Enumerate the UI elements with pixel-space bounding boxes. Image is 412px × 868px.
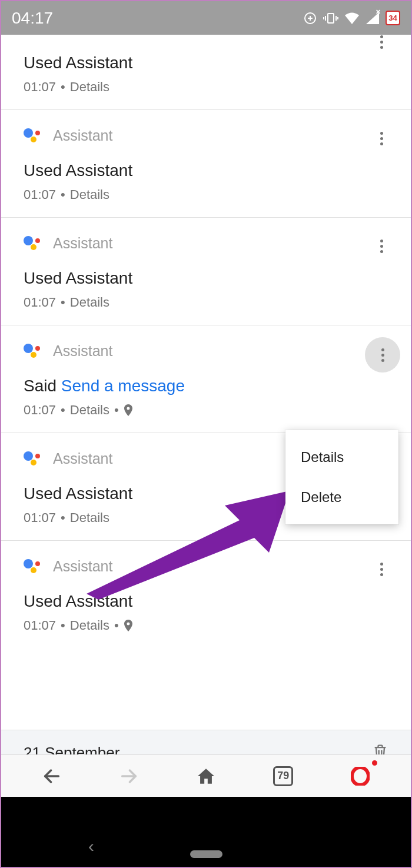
assistant-logo-icon	[24, 234, 42, 252]
entry-app-name: Assistant	[53, 35, 112, 36]
entry-title: Used Assistant	[24, 161, 388, 180]
date-label: 21 September	[24, 744, 119, 754]
status-time: 04:17	[12, 9, 53, 28]
home-button[interactable]	[191, 761, 221, 791]
assistant-logo-icon	[24, 341, 42, 360]
tab-count: 79	[273, 766, 293, 786]
assistant-logo-icon	[24, 557, 42, 576]
svg-point-10	[352, 767, 368, 785]
location-pin-icon	[124, 620, 133, 631]
entry-context-menu: Details Delete	[285, 430, 398, 524]
activity-entry[interactable]: Assistant Used Assistant 01:07 • Details	[1, 109, 411, 217]
entry-time: 01:07	[24, 79, 56, 95]
menu-item-details[interactable]: Details	[285, 437, 398, 477]
entry-details-link[interactable]: Details	[70, 79, 109, 95]
entry-details-link[interactable]: Details	[70, 618, 109, 633]
menu-item-delete[interactable]: Delete	[285, 477, 398, 517]
delete-day-button[interactable]	[372, 742, 388, 754]
tabs-button[interactable]: 79	[268, 761, 298, 791]
entry-meta: 01:07 • Details •	[24, 403, 388, 418]
entry-menu-button[interactable]	[370, 557, 393, 581]
entry-menu-button[interactable]	[370, 35, 393, 54]
wifi-icon	[344, 12, 360, 25]
assistant-logo-icon	[24, 35, 42, 37]
location-pin-icon	[124, 404, 133, 416]
system-nav-bar: ‹	[1, 797, 411, 867]
assistant-logo-icon	[24, 449, 42, 468]
nav-back-icon[interactable]: ‹	[88, 836, 94, 856]
entry-app-name: Assistant	[53, 235, 112, 252]
status-bar: 04:17 ✕ 34	[1, 1, 411, 35]
activity-entry[interactable]: Assistant Used Assistant 01:07 • Details	[1, 35, 411, 109]
entry-app-name: Assistant	[53, 127, 112, 144]
entry-title: Used Assistant	[24, 54, 388, 72]
entry-details-link[interactable]: Details	[70, 403, 109, 418]
entry-time: 01:07	[24, 510, 56, 526]
entry-menu-button[interactable]	[370, 234, 393, 258]
entry-link[interactable]: Send a message	[61, 377, 185, 395]
entry-meta: 01:07 • Details	[24, 295, 388, 310]
entry-title: Used Assistant	[24, 269, 388, 288]
entry-meta: 01:07 • Details	[24, 187, 388, 202]
activity-list: Assistant Used Assistant 01:07 • Details…	[1, 35, 411, 754]
forward-button[interactable]	[114, 761, 144, 791]
entry-time: 01:07	[24, 187, 56, 202]
entry-title: Said Send a message	[24, 377, 388, 395]
opera-menu-button[interactable]	[345, 761, 375, 791]
entry-details-link[interactable]: Details	[70, 187, 109, 202]
nav-home-pill[interactable]	[190, 850, 222, 858]
activity-entry[interactable]: Assistant Used Assistant 01:07 • Details	[1, 217, 411, 325]
signal-icon: ✕	[366, 12, 380, 25]
entry-app-name: Assistant	[53, 558, 112, 575]
status-icons: ✕ 34	[303, 11, 400, 25]
entry-app-name: Assistant	[53, 450, 112, 467]
entry-menu-button[interactable]	[370, 127, 393, 150]
entry-menu-button[interactable]	[365, 337, 400, 373]
entry-time: 01:07	[24, 403, 56, 418]
back-button[interactable]	[37, 761, 67, 791]
browser-toolbar: 79	[1, 754, 411, 797]
entry-meta: 01:07 • Details	[24, 79, 388, 95]
said-prefix: Said	[24, 377, 61, 395]
entry-details-link[interactable]: Details	[70, 510, 109, 526]
entry-time: 01:07	[24, 618, 56, 633]
entry-meta: 01:07 • Details •	[24, 618, 388, 633]
entry-time: 01:07	[24, 295, 56, 310]
date-section-header: 21 September	[1, 730, 411, 754]
entry-details-link[interactable]: Details	[70, 295, 109, 310]
entry-app-name: Assistant	[53, 342, 112, 360]
vibrate-icon	[323, 11, 338, 25]
entry-title: Used Assistant	[24, 592, 388, 611]
assistant-logo-icon	[24, 126, 42, 145]
battery-badge-icon: 34	[386, 11, 400, 25]
activity-entry[interactable]: Assistant Said Send a message 01:07 • De…	[1, 325, 411, 433]
svg-rect-3	[328, 14, 334, 23]
activity-entry[interactable]: Assistant Used Assistant 01:07 • Details…	[1, 540, 411, 648]
data-saver-icon	[303, 11, 317, 25]
